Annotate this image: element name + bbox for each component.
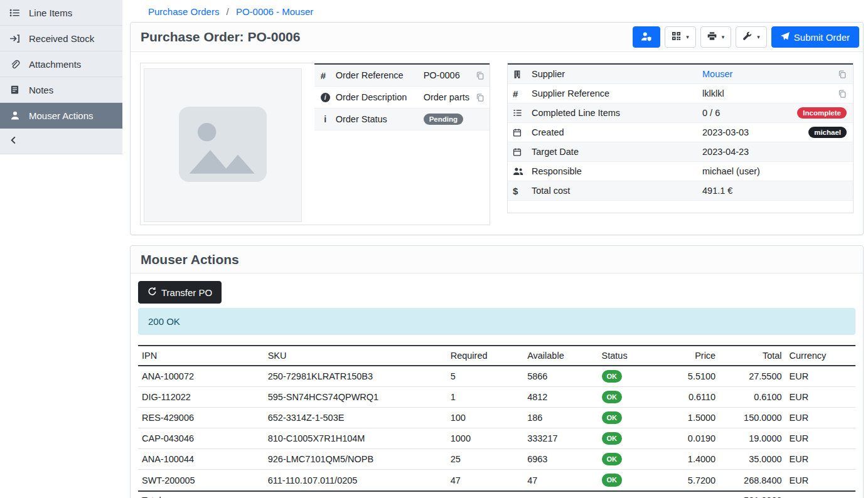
cell-sku: 595-SN74HCS74QPWRQ1: [264, 387, 447, 408]
barcode-menu-button[interactable]: ▾: [665, 26, 696, 48]
sidebar-collapse-button[interactable]: [0, 129, 122, 154]
col-price: Price: [661, 346, 719, 366]
image-icon: [173, 100, 273, 190]
created-by-badge-wrap: michael: [808, 127, 847, 139]
col-currency: Currency: [786, 346, 855, 366]
supplier-user-button[interactable]: [633, 26, 660, 48]
chevron-left-icon: [9, 135, 18, 147]
cell-status: OK: [598, 387, 661, 408]
footer-total: 501.0000: [719, 491, 785, 498]
copy-icon[interactable]: [838, 89, 847, 98]
cell-status: OK: [598, 449, 661, 470]
supplier-detail-table: Supplier Mouser # Supplier Reference lkl…: [508, 63, 853, 201]
cell-price: 1.4000: [661, 449, 719, 470]
row-value: 2023-03-03: [702, 127, 808, 137]
footer-label: Total: [138, 491, 264, 498]
cell-available: 6963: [523, 449, 597, 470]
sidebar: Line Items Received Stock Attachments No…: [0, 0, 122, 498]
cell-currency: EUR: [786, 387, 855, 408]
order-detail-table: # Order Reference PO-0006 i Order Descri…: [314, 63, 490, 225]
row-value: 2023-04-23: [702, 147, 847, 157]
sidebar-item-mouser-actions[interactable]: Mouser Actions: [0, 103, 122, 129]
completed-line-items-row: Completed Line Items 0 / 6 Incomplete: [508, 103, 853, 123]
cell-ipn: ANA-100044: [138, 449, 264, 470]
supplier-row: Supplier Mouser: [508, 65, 853, 84]
copy-icon[interactable]: [476, 71, 485, 80]
row-label: Target Date: [532, 147, 702, 157]
cell-currency: EUR: [786, 366, 855, 387]
created-row: Created 2023-03-03 michael: [508, 123, 853, 142]
sidebar-item-notes[interactable]: Notes: [0, 77, 122, 103]
cell-total: 268.8400: [719, 470, 785, 491]
breadcrumb: Purchase Orders / PO-0006 - Mouser: [130, 5, 864, 22]
sidebar-item-label: Line Items: [29, 8, 72, 18]
col-total: Total: [719, 346, 785, 366]
cell-required: 25: [447, 449, 523, 470]
transfer-po-button[interactable]: Transfer PO: [138, 281, 222, 304]
cell-ipn: DIG-112022: [138, 387, 264, 408]
cell-ipn: SWT-200005: [138, 470, 264, 491]
order-status-row: i Order Status Pending: [314, 109, 490, 130]
sidebar-item-attachments[interactable]: Attachments: [0, 51, 122, 77]
cell-ipn: RES-429006: [138, 408, 264, 428]
print-menu-button[interactable]: ▾: [700, 26, 732, 48]
cell-available: 333217: [523, 428, 597, 449]
ok-badge: OK: [602, 474, 623, 486]
table-row: ANA-100072 250-72981KLRATR150B3 5 5866 O…: [138, 366, 855, 387]
cell-price: 5.7200: [661, 470, 719, 491]
row-label: Total cost: [532, 186, 702, 196]
calendar-icon: [513, 128, 532, 137]
ok-badge: OK: [602, 391, 623, 403]
cell-sku: 810-C1005X7R1H104M: [264, 428, 447, 449]
cell-required: 100: [447, 408, 523, 428]
submit-order-label: Submit Order: [794, 32, 850, 43]
info-icon: i: [321, 114, 330, 124]
mouser-actions-card: Mouser Actions Transfer PO 200 OK: [130, 245, 864, 498]
col-ipn: IPN: [138, 346, 264, 366]
sign-in-icon: [9, 33, 21, 44]
total-cost-row: $ Total cost 491.1 €: [508, 181, 853, 201]
table-footer-row: Total 501.0000: [138, 491, 855, 498]
refresh-icon: [147, 287, 157, 298]
cell-status: OK: [598, 408, 661, 428]
row-value: 0 / 6: [702, 108, 797, 118]
cell-price: 0.6110: [661, 387, 719, 408]
cell-sku: 250-72981KLRATR150B3: [264, 366, 447, 387]
submit-order-button[interactable]: Submit Order: [771, 26, 859, 48]
copy-icon[interactable]: [838, 70, 847, 79]
row-label: Supplier: [532, 69, 702, 79]
col-available: Available: [523, 346, 597, 366]
chevron-down-icon: ▾: [686, 34, 689, 40]
table-row: SWT-200005 611-110.107.011/0205 47 47 OK…: [138, 470, 855, 491]
sidebar-item-received-stock[interactable]: Received Stock: [0, 26, 122, 51]
breadcrumb-link-current-po[interactable]: PO-0006 - Mouser: [236, 6, 313, 17]
sidebar-item-line-items[interactable]: Line Items: [0, 0, 122, 26]
status-badge: Pending: [424, 114, 463, 125]
order-summary-panel: # Order Reference PO-0006 i Order Descri…: [140, 63, 490, 225]
cell-status: OK: [598, 470, 661, 491]
paperclip-icon: [9, 59, 21, 70]
dollar-icon: $: [513, 186, 532, 196]
po-image-placeholder[interactable]: [144, 68, 302, 222]
breadcrumb-link-purchase-orders[interactable]: Purchase Orders: [148, 6, 219, 17]
main-content: Purchase Orders / PO-0006 - Mouser Purch…: [122, 0, 868, 498]
cell-sku: 611-110.107.011/0205: [264, 470, 447, 491]
copy-icon[interactable]: [476, 93, 485, 102]
note-icon: [9, 85, 21, 95]
header-actions: ▾ ▾ ▾: [633, 26, 859, 48]
actions-menu-button[interactable]: ▾: [736, 26, 767, 48]
info-circle-icon: i: [321, 93, 330, 102]
cell-status: OK: [598, 366, 661, 387]
order-reference-row: # Order Reference PO-0006: [314, 65, 490, 87]
supplier-link[interactable]: Mouser: [702, 69, 732, 79]
ok-badge: OK: [602, 411, 623, 424]
table-row: ANA-100044 926-LMC7101QM5/NOPB 25 6963 O…: [138, 449, 855, 470]
mouser-actions-body: Transfer PO 200 OK IPN SKU Required Avai…: [131, 273, 863, 498]
cell-currency: EUR: [786, 428, 855, 449]
user-shield-icon: [641, 31, 652, 43]
cell-status: OK: [598, 428, 661, 449]
row-value: Order parts: [424, 92, 469, 102]
chevron-down-icon: ▾: [757, 34, 760, 40]
page: Line Items Received Stock Attachments No…: [0, 0, 868, 498]
cell-total: 19.0000: [719, 428, 785, 449]
